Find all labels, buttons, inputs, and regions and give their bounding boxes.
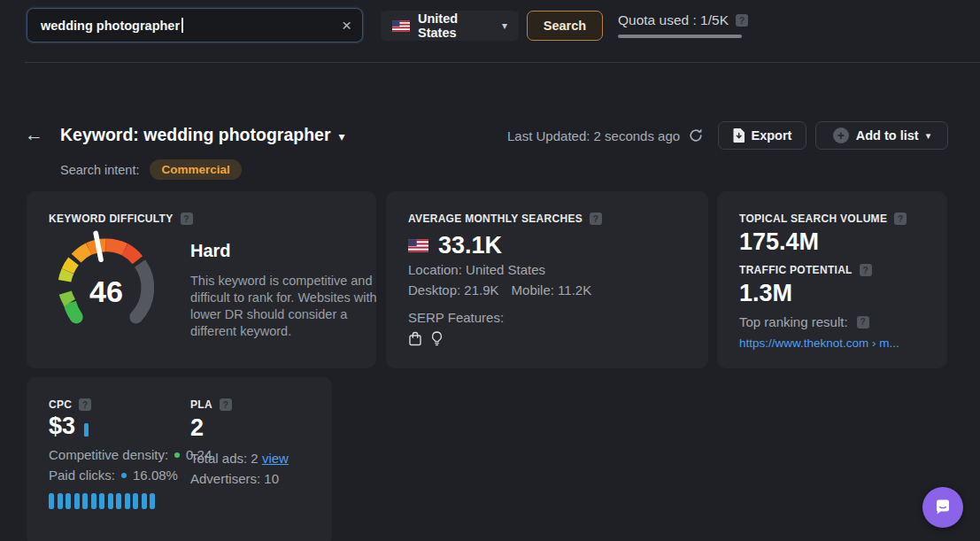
pla-label: PLA xyxy=(190,398,212,411)
quota-progress-bar xyxy=(618,35,742,38)
green-dot-icon xyxy=(174,452,180,458)
last-updated-text: Last Updated: 2 seconds ago xyxy=(507,128,680,143)
search-input[interactable]: wedding photographer × xyxy=(27,8,363,43)
avg-monthly-searches-help-icon[interactable]: ? xyxy=(590,213,602,225)
cpc-pla-card: CPC ? $3 Competitive density: 0.24 Paid … xyxy=(27,377,332,541)
cpc-bar xyxy=(108,493,113,509)
chevron-down-icon: ▾ xyxy=(502,19,507,32)
text-cursor xyxy=(181,18,183,33)
shopping-bag-icon[interactable] xyxy=(408,331,422,346)
cpc-bars xyxy=(49,493,155,509)
top-ranking-help-icon[interactable]: ? xyxy=(857,316,869,328)
us-flag-icon xyxy=(408,239,428,252)
cpc-bar xyxy=(82,493,88,509)
total-ads-label: Total ads: 2 xyxy=(190,451,259,466)
mobile-volume: Mobile: 11.2K xyxy=(512,282,592,298)
cpc-bar xyxy=(66,493,71,509)
cpc-mini-bar xyxy=(84,423,89,437)
keyword-overview-page: wedding photographer × United States ▾ S… xyxy=(0,0,980,541)
clear-search-icon[interactable]: × xyxy=(342,17,351,34)
cpc-bar xyxy=(116,493,121,509)
plus-circle-icon: + xyxy=(833,128,849,143)
chevron-down-icon: ▾ xyxy=(926,130,931,142)
refresh-icon[interactable] xyxy=(688,128,704,143)
cpc-bar xyxy=(99,493,104,509)
view-ads-link[interactable]: view xyxy=(262,451,289,466)
serp-features-label: SERP Features: xyxy=(408,310,504,325)
back-arrow-icon[interactable]: ← xyxy=(25,124,43,145)
search-button[interactable]: Search xyxy=(527,11,603,41)
title-caret-icon: ▾ xyxy=(339,129,345,143)
quota-help-icon[interactable]: ? xyxy=(736,14,748,27)
difficulty-gauge: 46 xyxy=(46,228,166,340)
cpc-bar xyxy=(125,493,130,509)
add-to-list-button[interactable]: + Add to list ▾ xyxy=(815,121,948,150)
search-intent-row: Search intent: Commercial xyxy=(60,159,242,180)
topical-volume-help-icon[interactable]: ? xyxy=(894,213,907,225)
cpc-value: $3 xyxy=(49,414,75,438)
paid-clicks-value: 16.08% xyxy=(133,468,178,483)
header-divider xyxy=(25,62,980,63)
cpc-bar xyxy=(142,493,147,509)
cpc-bar xyxy=(49,493,54,509)
difficulty-description: This keyword is competitive and difficul… xyxy=(190,273,385,341)
top-ranking-link[interactable]: https://www.theknot.com › m... xyxy=(739,336,899,350)
search-intent-badge: Commercial xyxy=(150,159,241,180)
country-select[interactable]: United States ▾ xyxy=(381,11,519,41)
blue-dot-icon xyxy=(121,473,127,478)
topical-volume-label: TOPICAL SEARCH VOLUME xyxy=(739,213,887,225)
export-button[interactable]: Export xyxy=(718,121,806,150)
lightbulb-icon[interactable] xyxy=(431,331,443,346)
traffic-potential-help-icon[interactable]: ? xyxy=(860,264,872,276)
topical-volume-value: 175.4M xyxy=(739,228,819,256)
top-ranking-label: Top ranking result: xyxy=(739,314,848,329)
desktop-volume: Desktop: 21.9K xyxy=(408,282,499,298)
export-file-icon xyxy=(733,128,745,143)
avg-monthly-searches-card: AVERAGE MONTHLY SEARCHES ? 33.1K Locatio… xyxy=(386,191,708,368)
cpc-bar xyxy=(133,493,138,509)
keyword-difficulty-help-icon[interactable]: ? xyxy=(181,213,193,225)
location-text: Location: United States xyxy=(408,262,545,277)
avg-monthly-searches-label: AVERAGE MONTHLY SEARCHES xyxy=(408,213,583,225)
advertisers-text: Advertisers: 10 xyxy=(190,471,279,486)
keyword-difficulty-card: KEYWORD DIFFICULTY ? 46 Hard This keywor… xyxy=(27,191,376,368)
quota-used: Quota used : 1/5K ? xyxy=(618,12,748,38)
difficulty-score: 46 xyxy=(89,274,123,308)
country-select-label: United States xyxy=(418,12,494,40)
pla-value: 2 xyxy=(190,414,204,442)
add-to-list-label: Add to list xyxy=(856,128,919,143)
chat-button[interactable] xyxy=(922,487,963,528)
competitive-density-label: Competitive density: xyxy=(49,447,168,462)
cpc-bar xyxy=(150,493,155,509)
search-intent-label: Search intent: xyxy=(60,163,139,177)
us-flag-icon xyxy=(392,20,410,32)
page-title[interactable]: Keyword: wedding photographer▾ xyxy=(60,125,345,145)
cpc-label: CPC xyxy=(49,398,72,411)
cpc-help-icon[interactable]: ? xyxy=(79,398,91,411)
keyword-difficulty-label: KEYWORD DIFFICULTY xyxy=(49,213,174,225)
cpc-bar xyxy=(91,493,96,509)
pla-help-icon[interactable]: ? xyxy=(220,398,232,411)
paid-clicks-label: Paid clicks: xyxy=(49,468,115,483)
difficulty-rating: Hard xyxy=(190,241,231,261)
topical-search-volume-card: TOPICAL SEARCH VOLUME ? 175.4M TRAFFIC P… xyxy=(717,191,947,368)
search-input-value: wedding photographer xyxy=(41,19,180,33)
traffic-potential-value: 1.3M xyxy=(739,280,792,307)
traffic-potential-label: TRAFFIC POTENTIAL xyxy=(739,264,853,276)
cpc-bar xyxy=(74,493,80,509)
cpc-bar xyxy=(58,493,63,509)
export-label: Export xyxy=(752,128,792,143)
quota-label: Quota used : 1/5K xyxy=(618,12,729,28)
search-volume-value: 33.1K xyxy=(438,232,502,259)
chat-bubble-icon xyxy=(932,497,953,518)
